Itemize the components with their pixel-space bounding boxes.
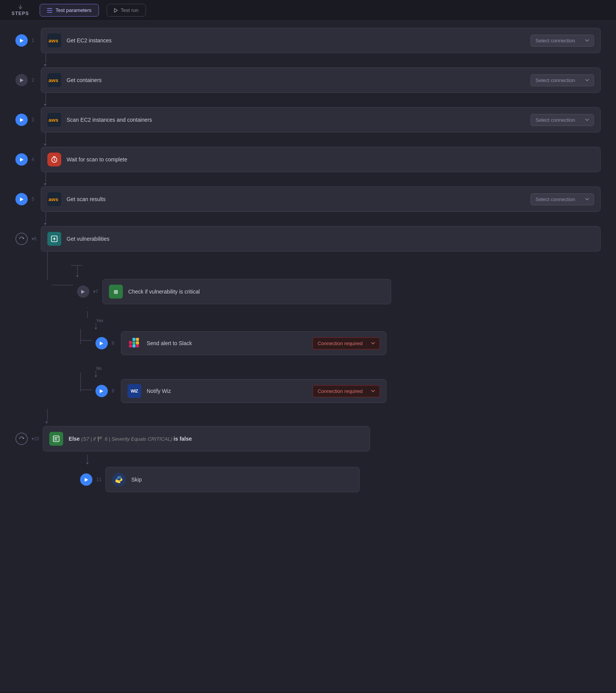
- step-label-8: Send alert to Slack: [147, 340, 307, 346]
- step-number-1: 1: [32, 38, 37, 43]
- aws-icon-5: aws: [47, 192, 61, 206]
- list-icon: [47, 8, 52, 13]
- test-parameters-button[interactable]: Test parameters: [40, 4, 99, 17]
- step-row-9: 9 WIZ Notify Wiz Connection required: [95, 379, 601, 403]
- chevron-down-icon: [371, 342, 375, 345]
- step-card-6: Get vulnerabilities: [41, 226, 601, 252]
- aws-icon-3: aws: [47, 113, 61, 127]
- chevron-down-icon: [585, 198, 589, 201]
- step-number-8: 8: [112, 341, 117, 346]
- else-icon: [52, 435, 60, 443]
- green-h-icon-7: ⊞: [109, 285, 123, 299]
- yes-label: Yes: [96, 318, 601, 323]
- svg-rect-13: [132, 344, 136, 347]
- play-button-6[interactable]: [15, 233, 28, 245]
- step-label-4: Wait for scan to complete: [67, 156, 594, 163]
- svg-text:aws: aws: [49, 117, 59, 123]
- step-row-3: 3 aws Scan EC2 instances and containers …: [15, 107, 601, 133]
- play-icon: [81, 289, 85, 294]
- step-number-2: 2: [32, 77, 37, 83]
- chevron-down-icon: [371, 390, 375, 393]
- play-button-7[interactable]: [77, 285, 89, 298]
- chevron-down-icon: [585, 39, 589, 42]
- timer-icon-4: [47, 153, 61, 166]
- svg-rect-14: [136, 338, 139, 341]
- timer-svg: [50, 156, 58, 163]
- connection-select-2[interactable]: Select connection: [531, 74, 594, 86]
- teal-icon-6: [47, 232, 61, 246]
- step-number-5: 5: [32, 196, 37, 202]
- step-card-9: WIZ Notify Wiz Connection required: [121, 379, 387, 403]
- step-row-4: 4 Wait for scan to complete: [15, 147, 601, 172]
- svg-rect-9: [129, 341, 132, 344]
- connection-select-1[interactable]: Select connection: [531, 35, 594, 47]
- loop-icon: [19, 236, 24, 242]
- step-label-1: Get EC2 instances: [67, 37, 525, 44]
- step-number-3: 3: [32, 117, 37, 122]
- play-button-8[interactable]: [95, 337, 108, 349]
- play-button-5[interactable]: [15, 193, 28, 205]
- play-button-3[interactable]: [15, 114, 28, 126]
- loop-icon: [19, 436, 24, 441]
- play-icon: [84, 477, 89, 482]
- step-number-7: ▾7: [93, 289, 99, 294]
- step-label-9: Notify Wiz: [147, 388, 307, 394]
- play-button-4[interactable]: [15, 153, 28, 166]
- step-label-7: Check if vulnerability is critical: [128, 289, 385, 295]
- connection-required-9[interactable]: Connection required: [313, 385, 380, 397]
- play-button-1[interactable]: [15, 34, 28, 47]
- svg-rect-15: [136, 341, 139, 344]
- connection-select-5[interactable]: Select connection: [531, 193, 594, 205]
- play-icon: [20, 38, 24, 43]
- step-card-1: aws Get EC2 instances Select connection: [41, 28, 601, 53]
- test-run-button[interactable]: Test run: [107, 4, 146, 17]
- step-label-2: Get containers: [67, 77, 525, 83]
- step-card-2: aws Get containers Select connection: [41, 67, 601, 93]
- connection-required-8[interactable]: Connection required: [313, 337, 380, 349]
- play-button-11[interactable]: [80, 473, 92, 486]
- step-row-2: 2 aws Get containers Select connection: [15, 67, 601, 93]
- aws-logo: aws: [48, 116, 60, 123]
- play-icon: [99, 341, 104, 346]
- play-button-2[interactable]: [15, 74, 28, 86]
- play-icon: [20, 197, 24, 202]
- else-icon-10: [49, 432, 63, 446]
- play-icon: [20, 78, 24, 83]
- play-button-9[interactable]: [95, 385, 108, 397]
- slack-icon-8: [127, 336, 141, 350]
- step-row-11: 11 Skip: [80, 467, 601, 492]
- play-icon: [20, 157, 24, 162]
- step-label-11: Skip: [131, 477, 353, 483]
- step-row-5: 5 aws Get scan results Select connection: [15, 186, 601, 212]
- top-bar: STEPS Test parameters Test run: [0, 0, 616, 21]
- step-number-11: 11: [96, 477, 102, 482]
- main-content: 1 aws Get EC2 instances Select connectio…: [0, 21, 616, 692]
- step-number-10: ▾10: [32, 436, 39, 441]
- step-card-10: Else (S7 | if 🏴 6 | Severity Equals CRIT…: [43, 426, 370, 451]
- svg-point-18: [118, 477, 119, 478]
- no-label: No: [96, 366, 601, 371]
- aws-logo: aws: [48, 196, 60, 203]
- wiz-icon-9: WIZ: [127, 384, 141, 398]
- step-label-6: Get vulnerabilities: [67, 236, 594, 242]
- aws-icon-2: aws: [47, 73, 61, 87]
- step-row-7-actual: ▼ ▾7 ⊞ Check if vulnerability is critica…: [47, 266, 601, 304]
- play-button-10[interactable]: [15, 433, 28, 445]
- svg-rect-2: [47, 12, 52, 13]
- svg-rect-0: [47, 8, 52, 9]
- svg-rect-11: [132, 338, 136, 341]
- step-card-5: aws Get scan results Select connection: [41, 186, 601, 212]
- step-card-3: aws Scan EC2 instances and containers Se…: [41, 107, 601, 133]
- svg-rect-16: [136, 344, 139, 347]
- vuln-icon: [50, 235, 58, 243]
- svg-text:aws: aws: [49, 38, 59, 44]
- step-label-10: Else (S7 | if 🏴 6 | Severity Equals CRIT…: [69, 436, 192, 442]
- step-number-4: 4: [32, 157, 37, 162]
- svg-rect-1: [47, 10, 52, 11]
- step-row-10: ▾10 Else (S7 | if 🏴 6 | Severity Equals …: [15, 426, 601, 451]
- step-row-1: 1 aws Get EC2 instances Select connectio…: [15, 28, 601, 53]
- play-icon-small: [114, 8, 118, 13]
- step-row-6: ▾6 Get vulnerabilities: [15, 226, 601, 252]
- step-label-5: Get scan results: [67, 196, 525, 202]
- connection-select-3[interactable]: Select connection: [531, 114, 594, 126]
